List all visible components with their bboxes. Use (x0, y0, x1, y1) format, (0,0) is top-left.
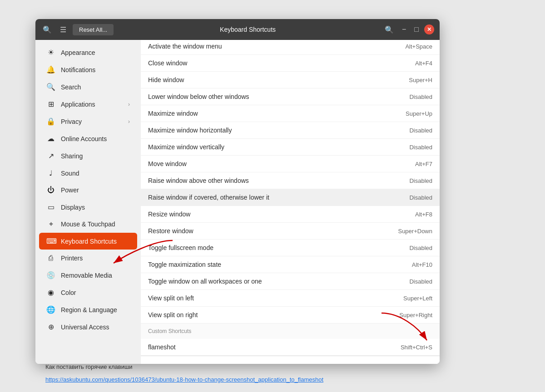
shortcut-key: Disabled (378, 194, 432, 201)
titlebar-menu-button[interactable]: ☰ (57, 24, 69, 36)
sidebar-item-label-appearance: Appearance (61, 49, 130, 56)
titlebar-search-right-button[interactable]: 🔍 (382, 24, 396, 36)
window-controls: 🔍 − □ ✕ (382, 24, 434, 36)
sharing-icon: ↗ (46, 152, 55, 160)
shortcut-row[interactable]: View split on rightSuper+Right (141, 307, 440, 323)
shortcut-name: Raise window above other windows (148, 177, 378, 184)
shortcut-name: Raise window if covered, otherwise lower… (148, 194, 378, 201)
shortcut-name-partial: Activate the window menu (148, 43, 378, 50)
sidebar-item-displays[interactable]: ▭Displays (39, 199, 137, 216)
minimize-button[interactable]: − (399, 24, 409, 35)
shortcut-row[interactable]: Maximize window verticallyDisabled (141, 139, 440, 156)
search-icon: 🔍 (43, 25, 52, 34)
applications-icon: ⊞ (46, 100, 55, 108)
close-button[interactable]: ✕ (424, 24, 434, 34)
reset-all-button[interactable]: Reset All... (73, 24, 114, 35)
window-title: Keyboard Shortcuts (117, 26, 378, 33)
sidebar-item-sharing[interactable]: ↗Sharing (39, 147, 137, 164)
shortcut-key: Disabled (378, 177, 432, 184)
sidebar-item-privacy[interactable]: 🔒Privacy› (39, 113, 137, 130)
removable-media-icon: 💿 (46, 271, 55, 279)
sidebar-item-label-printers: Printers (61, 255, 130, 262)
power-icon: ⏻ (46, 186, 55, 194)
shortcut-key: Disabled (378, 127, 432, 134)
shortcut-name: Restore window (148, 227, 378, 235)
minimize-icon: − (402, 25, 406, 33)
sidebar-item-label-region-language: Region & Language (61, 306, 130, 314)
sidebar-item-label-sound: Sound (61, 170, 130, 177)
shortcut-row[interactable]: Close windowAlt+F4 (141, 55, 440, 72)
universal-access-icon: ⊕ (46, 323, 55, 331)
sidebar-item-mouse-touchpad[interactable]: ⌖Mouse & Touchpad (39, 216, 137, 232)
shortcut-row[interactable]: View split on leftSuper+Left (141, 290, 440, 307)
sidebar-item-keyboard-shortcuts[interactable]: ⌨Keyboard Shortcuts (39, 233, 137, 250)
shortcut-row[interactable]: Raise window above other windowsDisabled (141, 172, 440, 189)
shortcut-key: Disabled (378, 144, 432, 151)
sidebar-item-search[interactable]: 🔍Search (39, 78, 137, 95)
shortcut-row[interactable]: Maximize window horizontallyDisabled (141, 122, 440, 139)
custom-shortcut-row[interactable]: flameshotShift+Ctrl+S (141, 339, 440, 356)
shortcut-name: Lower window below other windows (148, 93, 378, 100)
titlebar-search-button[interactable]: 🔍 (41, 24, 54, 36)
sidebar-item-notifications[interactable]: 🔔Notifications (39, 61, 137, 78)
online-accounts-icon: ☁ (46, 134, 55, 143)
sidebar-item-label-applications: Applications (61, 101, 123, 108)
shortcut-key: Super+Up (378, 110, 432, 117)
shortcut-name: Toggle fullscreen mode (148, 244, 378, 251)
maximize-button[interactable]: □ (411, 24, 421, 35)
sidebar-item-color[interactable]: ◉Color (39, 284, 137, 301)
shortcut-key: Super+Right (378, 312, 432, 318)
printers-icon: ⎙ (46, 254, 55, 262)
page-bottom-link[interactable]: https://askubuntu.com/questions/1036473/… (45, 376, 323, 383)
shortcut-key: Alt+F7 (378, 161, 432, 167)
mouse-touchpad-icon: ⌖ (46, 220, 55, 228)
sidebar-item-label-color: Color (61, 289, 130, 296)
shortcut-name: Maximize window vertically (148, 143, 378, 151)
sidebar-item-label-universal-access: Universal Access (61, 323, 130, 331)
arrow-icon: › (128, 101, 130, 108)
shortcut-row[interactable]: Toggle window on all workspaces or oneDi… (141, 273, 440, 290)
add-shortcut-button[interactable]: + (141, 356, 440, 364)
shortcut-key: Alt+F4 (378, 60, 432, 67)
shortcut-name: Maximize window horizontally (148, 127, 378, 134)
shortcut-row[interactable]: Lower window below other windowsDisabled (141, 88, 440, 105)
shortcut-row[interactable]: Move windowAlt+F7 (141, 156, 440, 172)
color-icon: ◉ (46, 288, 55, 297)
sidebar-item-label-search: Search (61, 83, 130, 91)
settings-body: ☀Appearance🔔Notifications🔍Search⊞Applica… (35, 40, 440, 364)
main-content: Activate the window menuAlt+SpaceClose w… (141, 40, 440, 364)
custom-shortcut-key: Shift+Ctrl+S (378, 344, 432, 351)
shortcut-row[interactable]: Toggle maximization stateAlt+F10 (141, 256, 440, 273)
sidebar-item-label-notifications: Notifications (61, 66, 130, 74)
sidebar-item-applications[interactable]: ⊞Applications› (39, 96, 137, 113)
sidebar-item-universal-access[interactable]: ⊕Universal Access (39, 318, 137, 335)
shortcut-key: Alt+F10 (378, 261, 432, 268)
shortcut-row[interactable]: Raise window if covered, otherwise lower… (141, 189, 440, 206)
shortcut-key: Alt+F8 (378, 211, 432, 218)
shortcut-row[interactable]: Resize windowAlt+F8 (141, 206, 440, 223)
menu-icon: ☰ (60, 26, 66, 34)
shortcut-key: Disabled (378, 278, 432, 285)
shortcut-row[interactable]: Toggle fullscreen modeDisabled (141, 240, 440, 256)
sidebar-item-online-accounts[interactable]: ☁Online Accounts (39, 130, 137, 147)
shortcut-row[interactable]: Hide windowSuper+H (141, 72, 440, 88)
sidebar-item-printers[interactable]: ⎙Printers (39, 250, 137, 266)
shortcut-key: Super+Left (378, 295, 432, 302)
privacy-icon: 🔒 (46, 117, 55, 126)
shortcut-row[interactable]: Maximize windowSuper+Up (141, 105, 440, 122)
shortcut-name: Resize window (148, 211, 378, 218)
sidebar-item-sound[interactable]: ♩Sound (39, 165, 137, 181)
sidebar-item-removable-media[interactable]: 💿Removable Media (39, 267, 137, 284)
sidebar-item-label-keyboard-shortcuts: Keyboard Shortcuts (61, 238, 130, 245)
maximize-icon: □ (414, 25, 419, 33)
sidebar-item-appearance[interactable]: ☀Appearance (39, 44, 137, 61)
sidebar-item-power[interactable]: ⏻Power (39, 182, 137, 198)
sidebar-item-label-removable-media: Removable Media (61, 272, 130, 279)
custom-shortcuts-header: Custom Shortcuts (141, 323, 440, 339)
shortcut-row-partial[interactable]: Activate the window menuAlt+Space (141, 40, 440, 55)
appearance-icon: ☀ (46, 48, 55, 57)
shortcut-name: Hide window (148, 76, 378, 83)
sidebar-item-region-language[interactable]: 🌐Region & Language (39, 301, 137, 318)
shortcut-row[interactable]: Restore windowSuper+Down (141, 223, 440, 240)
notifications-icon: 🔔 (46, 65, 55, 74)
